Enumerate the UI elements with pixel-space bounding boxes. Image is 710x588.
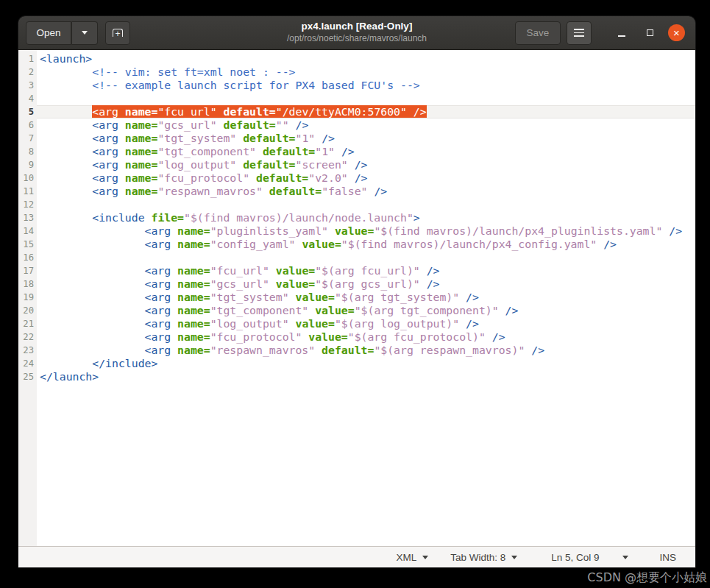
code-line[interactable]: 13 <include file="$(find mavros)/launch/… (18, 211, 695, 224)
code-line[interactable]: 24 </include> (18, 357, 695, 370)
line-number: 6 (18, 118, 37, 132)
code-line-text: <arg name="pluginlists_yaml" value="$(fi… (37, 224, 695, 238)
code-line[interactable]: 16 (18, 251, 695, 264)
line-number: 5 (18, 105, 37, 118)
tab-width-label: Tab Width: 8 (450, 552, 505, 563)
code-line[interactable]: 8 <arg name="tgt_component" default="1" … (18, 145, 695, 158)
line-number: 10 (18, 171, 37, 185)
code-line[interactable]: 4 (18, 92, 695, 105)
line-number: 11 (18, 185, 37, 198)
code-line-text: </include> (37, 357, 695, 370)
line-number: 14 (18, 224, 37, 238)
code-view[interactable]: 1<launch>2 <!-- vim: set ft=xml noet : -… (18, 50, 695, 383)
code-line-text: <include file="$(find mavros)/launch/nod… (37, 211, 695, 224)
close-button[interactable]: × (668, 24, 685, 41)
language-selector[interactable]: XML (396, 552, 428, 563)
code-line-text: <arg name="log_output" value="$(arg log_… (37, 317, 695, 330)
line-number: 3 (18, 79, 37, 92)
code-line[interactable]: 5 <arg name="fcu_url" default="/dev/ttyA… (18, 105, 695, 118)
code-line[interactable]: 12 (18, 198, 695, 211)
code-line[interactable]: 10 <arg name="fcu_protocol" default="v2.… (18, 171, 695, 185)
code-line-text: <arg name="config_yaml" value="$(find ma… (37, 238, 695, 251)
titlebar-left-group: Open + (18, 21, 130, 45)
code-line-text: <arg name="tgt_component" default="1" /> (37, 145, 695, 158)
chevron-down-icon (622, 556, 628, 559)
code-line-text: <arg name="fcu_protocol" value="$(arg fc… (37, 330, 695, 344)
line-number: 19 (18, 291, 37, 304)
window-title: px4.launch [Read-Only] (287, 21, 427, 32)
open-button[interactable]: Open (26, 21, 71, 45)
line-number: 13 (18, 211, 37, 224)
code-line-text (37, 92, 695, 105)
line-number: 17 (18, 264, 37, 277)
insert-mode-indicator: INS (659, 552, 676, 563)
code-line-text: <arg name="tgt_system" value="$(arg tgt_… (37, 291, 695, 304)
code-line[interactable]: 7 <arg name="tgt_system" default="1" /> (18, 132, 695, 145)
code-line[interactable]: 17 <arg name="fcu_url" value="$(arg fcu_… (18, 264, 695, 277)
code-line[interactable]: 3 <!-- example launch script for PX4 bas… (18, 79, 695, 92)
cursor-position: Ln 5, Col 9 (551, 552, 599, 563)
minimize-button[interactable] (612, 24, 631, 43)
line-number: 8 (18, 145, 37, 158)
line-number: 21 (18, 317, 37, 330)
code-line-text: <arg name="log_output" default="screen" … (37, 158, 695, 171)
code-line[interactable]: 19 <arg name="tgt_system" value="$(arg t… (18, 291, 695, 304)
code-line[interactable]: 21 <arg name="log_output" value="$(arg l… (18, 317, 695, 330)
code-line-text: <arg name="tgt_system" default="1" /> (37, 132, 695, 145)
code-line-text: <arg name="fcu_url" default="/dev/ttyACM… (37, 105, 695, 118)
line-number: 22 (18, 330, 37, 344)
line-number: 12 (18, 198, 37, 211)
text-editor-area[interactable]: 1<launch>2 <!-- vim: set ft=xml noet : -… (18, 50, 695, 546)
maximize-button[interactable] (640, 24, 659, 43)
chevron-down-icon (511, 556, 517, 559)
code-line-text: <arg name="fcu_url" value="$(arg fcu_url… (37, 264, 695, 277)
code-line-text: <arg name="gcs_url" default="" /> (37, 118, 695, 132)
line-number: 18 (18, 277, 37, 291)
line-number: 4 (18, 92, 37, 105)
code-line[interactable]: 25</launch> (18, 370, 695, 383)
code-line[interactable]: 1<launch> (18, 52, 695, 65)
goto-line-dropdown-button[interactable] (622, 556, 628, 559)
code-line[interactable]: 20 <arg name="tgt_component" value="$(ar… (18, 304, 695, 317)
code-line[interactable]: 22 <arg name="fcu_protocol" value="$(arg… (18, 330, 695, 344)
code-line-text: <arg name="tgt_component" value="$(arg t… (37, 304, 695, 317)
code-line-text: <!-- example launch script for PX4 based… (37, 79, 695, 92)
window-title-group: px4.launch [Read-Only] /opt/ros/noetic/s… (287, 21, 427, 43)
line-number: 1 (18, 52, 37, 65)
new-document-icon: + (113, 29, 123, 37)
code-line-text: <launch> (37, 52, 695, 65)
cursor-position-label: Ln 5, Col 9 (551, 552, 599, 563)
line-number: 24 (18, 357, 37, 370)
code-line[interactable]: 9 <arg name="log_output" default="screen… (18, 158, 695, 171)
code-line[interactable]: 18 <arg name="gcs_url" value="$(arg gcs_… (18, 277, 695, 291)
file-path: /opt/ros/noetic/share/mavros/launch (287, 33, 427, 43)
titlebar[interactable]: Open + px4.launch [Read-Only] /opt/ros/n… (18, 16, 695, 50)
tab-width-selector[interactable]: Tab Width: 8 (450, 552, 517, 563)
code-line[interactable]: 15 <arg name="config_yaml" value="$(find… (18, 238, 695, 251)
line-number: 25 (18, 370, 37, 383)
statusbar: XML Tab Width: 8 Ln 5, Col 9 INS (18, 546, 695, 567)
code-line[interactable]: 6 <arg name="gcs_url" default="" /> (18, 118, 695, 132)
code-line[interactable]: 11 <arg name="respawn_mavros" default="f… (18, 185, 695, 198)
code-line[interactable]: 2 <!-- vim: set ft=xml noet : --> (18, 65, 695, 79)
code-line-text: </launch> (37, 370, 695, 383)
save-button[interactable]: Save (515, 21, 561, 45)
chevron-down-icon (82, 31, 88, 35)
new-document-button[interactable]: + (105, 21, 130, 45)
line-number: 2 (18, 65, 37, 79)
code-line[interactable]: 23 <arg name="respawn_mavros" default="$… (18, 344, 695, 357)
line-number: 7 (18, 132, 37, 145)
code-line[interactable]: 14 <arg name="pluginlists_yaml" value="$… (18, 224, 695, 238)
code-line-text: <!-- vim: set ft=xml noet : --> (37, 65, 695, 79)
open-split-button: Open (26, 21, 98, 45)
minimize-icon (618, 35, 625, 37)
open-recent-dropdown-button[interactable] (71, 21, 98, 45)
menu-button[interactable] (567, 21, 592, 45)
code-line-text: <arg name="fcu_protocol" default="v2.0" … (37, 171, 695, 185)
close-icon: × (673, 25, 680, 40)
hamburger-icon (574, 27, 584, 39)
line-number: 20 (18, 304, 37, 317)
code-line-text: <arg name="respawn_mavros" default="$(ar… (37, 344, 695, 357)
window-controls: × (603, 24, 685, 43)
code-line-text: <arg name="respawn_mavros" default="fals… (37, 185, 695, 198)
